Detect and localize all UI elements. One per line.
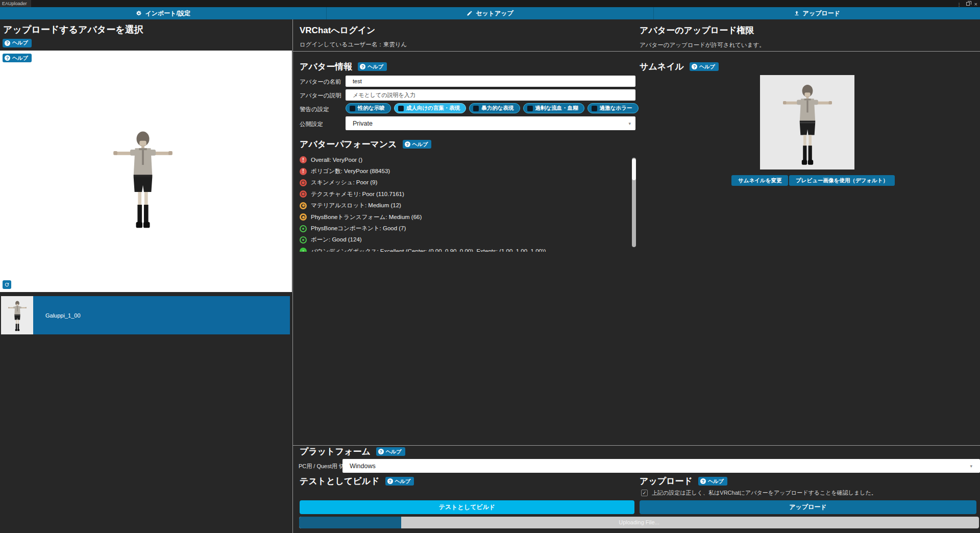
warning-pill-gore[interactable]: 過剰な流血・血糊 bbox=[523, 103, 584, 113]
question-icon: ? bbox=[387, 478, 393, 484]
avatar-desc-label: アバターの説明 bbox=[300, 92, 341, 100]
avatar-list-item[interactable]: Galuppi_1_00 bbox=[1, 296, 290, 334]
tab-upload-label: アップロード bbox=[803, 9, 840, 18]
warning-pill-label: 成人向けの言葉・表現 bbox=[406, 105, 460, 112]
avatar-3d-preview bbox=[113, 124, 173, 232]
platform-section-title: プラットフォーム bbox=[300, 446, 371, 457]
performance-scrollbar[interactable] bbox=[632, 158, 636, 247]
tab-setup[interactable]: セットアップ bbox=[327, 7, 653, 19]
avatar-thumb-image bbox=[8, 299, 27, 332]
visibility-select[interactable]: Private bbox=[346, 116, 635, 130]
help-label: ヘルプ bbox=[395, 478, 411, 485]
upload-section-title: アップロード bbox=[640, 475, 693, 487]
performance-list: Overall: VeryPoor () ポリゴン数: VeryPoor (88… bbox=[300, 154, 629, 252]
rating-verypoor-icon bbox=[300, 156, 307, 163]
performance-row: ポリゴン数: VeryPoor (88453) bbox=[300, 165, 629, 177]
preview-help-button[interactable]: ? ヘルプ bbox=[3, 54, 32, 62]
help-label: ヘルプ bbox=[12, 55, 28, 62]
upload-progress-bar: Uploading File... bbox=[299, 517, 979, 528]
avatar-info-title: アバター情報 bbox=[300, 61, 352, 72]
help-label: ヘルプ bbox=[412, 141, 428, 148]
performance-help-button[interactable]: ? ヘルプ bbox=[403, 140, 432, 149]
performance-row: スキンメッシュ: Poor (9) bbox=[300, 177, 629, 188]
chevron-down-icon bbox=[970, 464, 972, 469]
question-icon: ? bbox=[378, 449, 384, 454]
confirm-text: 上記の設定は正しく、私はVRChatにアバターをアップロードすることを確認しまし… bbox=[652, 489, 877, 497]
rating-good-icon bbox=[300, 225, 307, 232]
performance-text: テクスチャメモリ: Poor (110.7161) bbox=[311, 190, 404, 198]
help-label: ヘルプ bbox=[699, 63, 715, 70]
warning-pill-violence[interactable]: 暴力的な表現 bbox=[469, 103, 520, 113]
tab-setup-label: セットアップ bbox=[476, 9, 513, 18]
avatar-desc-input[interactable] bbox=[346, 89, 635, 101]
performance-section-title: アバターパフォーマンス bbox=[300, 138, 397, 150]
window-controls bbox=[957, 0, 977, 7]
platform-value: Windows bbox=[350, 463, 376, 470]
warning-pill-label: 過激なホラー bbox=[600, 105, 632, 112]
confirm-checkbox[interactable] bbox=[641, 490, 648, 496]
performance-text: スキンメッシュ: Poor (9) bbox=[311, 179, 377, 186]
checkbox-icon bbox=[473, 106, 479, 111]
login-section-title: VRChatへログイン bbox=[300, 25, 375, 36]
checkbox-icon bbox=[592, 106, 597, 111]
warning-settings-label: 警告の設定 bbox=[300, 106, 329, 113]
rating-excellent-icon bbox=[300, 248, 307, 252]
refresh-icon bbox=[4, 282, 10, 287]
performance-text: ポリゴン数: VeryPoor (88453) bbox=[311, 167, 390, 175]
permission-title: アバターのアップロード権限 bbox=[640, 25, 754, 36]
upload-icon bbox=[794, 10, 800, 16]
rating-medium-icon bbox=[300, 213, 307, 221]
left-help-button[interactable]: ? ヘルプ bbox=[3, 39, 32, 47]
titlebar: EAUploader bbox=[0, 0, 980, 7]
upload-button[interactable]: アップロード bbox=[640, 500, 976, 514]
window-title-tab[interactable]: EAUploader bbox=[0, 0, 31, 7]
performance-row: マテリアルスロット: Medium (12) bbox=[300, 200, 629, 211]
thumbnail-help-button[interactable]: ? ヘルプ bbox=[690, 62, 719, 71]
avatar-name-input[interactable] bbox=[346, 76, 635, 87]
performance-row: バウンディングボックス: Excellent (Center: (0.00, 0… bbox=[300, 246, 629, 252]
performance-row: Overall: VeryPoor () bbox=[300, 154, 629, 165]
change-thumbnail-button[interactable]: サムネイルを変更 bbox=[731, 175, 788, 186]
rating-poor-icon bbox=[300, 190, 307, 198]
warning-pill-horror[interactable]: 過激なホラー bbox=[587, 103, 639, 113]
performance-text: PhysBoneトランスフォーム: Medium (66) bbox=[311, 213, 422, 221]
avatar-list-item-label: Galuppi_1_00 bbox=[45, 312, 81, 319]
performance-scrollbar-thumb[interactable] bbox=[632, 159, 636, 180]
build-section-title: テストとしてビルド bbox=[300, 475, 380, 487]
performance-text: PhysBoneコンポーネント: Good (7) bbox=[311, 225, 406, 232]
logged-in-user-line: ログインしているユーザー名：東雲りん bbox=[300, 41, 407, 49]
tab-import-settings[interactable]: インポート/設定 bbox=[0, 7, 327, 19]
left-panel-title: アップロードするアバターを選択 bbox=[3, 23, 143, 36]
warning-pill-sexual[interactable]: 性的な示唆 bbox=[346, 103, 391, 113]
visibility-label: 公開設定 bbox=[300, 120, 323, 128]
checkbox-icon bbox=[527, 106, 533, 111]
performance-row: PhysBoneトランスフォーム: Medium (66) bbox=[300, 211, 629, 223]
restore-icon[interactable] bbox=[966, 2, 970, 6]
rating-poor-icon bbox=[300, 179, 307, 186]
warning-pill-label: 暴力的な表現 bbox=[481, 105, 513, 112]
performance-row: PhysBoneコンポーネント: Good (7) bbox=[300, 223, 629, 234]
upload-help-button[interactable]: ? ヘルプ bbox=[698, 477, 727, 486]
use-preview-image-button[interactable]: プレビュー画像を使用（デフォルト） bbox=[789, 175, 895, 186]
tab-upload[interactable]: アップロード bbox=[654, 7, 980, 19]
question-icon: ? bbox=[405, 141, 410, 147]
avatar-info-help-button[interactable]: ? ヘルプ bbox=[358, 62, 387, 71]
avatar-name-label: アバターの名前 bbox=[300, 78, 341, 86]
performance-text: マテリアルスロット: Medium (12) bbox=[311, 202, 401, 209]
warning-pill-adult-language[interactable]: 成人向けの言葉・表現 bbox=[394, 103, 467, 113]
eauploader-window: EAUploader インポート/設定 セットアップ アップロード アップロード… bbox=[0, 0, 980, 533]
content-warning-pills: 性的な示唆 成人向けの言葉・表現 暴力的な表現 過剰な流血・血糊 過激なホラー bbox=[346, 103, 639, 113]
login-section-divider bbox=[292, 51, 980, 52]
upload-confirm-row: 上記の設定は正しく、私はVRChatにアバターをアップロードすることを確認しまし… bbox=[641, 489, 877, 497]
main-tabbar: インポート/設定 セットアップ アップロード bbox=[0, 7, 980, 19]
refresh-preview-button[interactable] bbox=[3, 280, 11, 289]
help-label: ヘルプ bbox=[708, 478, 724, 485]
avatar-list-item-body: Galuppi_1_00 bbox=[33, 296, 290, 334]
platform-select[interactable]: Windows bbox=[342, 459, 980, 473]
help-label: ヘルプ bbox=[12, 39, 28, 46]
visibility-value: Private bbox=[353, 120, 373, 127]
question-icon: ? bbox=[692, 64, 697, 69]
platform-help-button[interactable]: ? ヘルプ bbox=[376, 447, 405, 456]
build-help-button[interactable]: ? ヘルプ bbox=[385, 477, 414, 486]
build-as-test-button[interactable]: テストとしてビルド bbox=[300, 500, 634, 514]
